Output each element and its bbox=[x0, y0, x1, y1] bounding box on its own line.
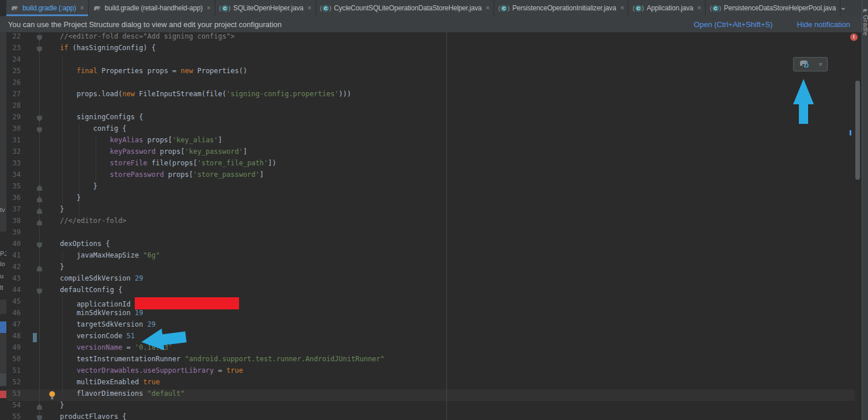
fold-marker-icon[interactable] bbox=[37, 35, 42, 41]
dismiss-sync-toolbar-icon[interactable]: × bbox=[818, 60, 823, 69]
code-token: true bbox=[226, 366, 243, 374]
line-number: 34 bbox=[7, 171, 21, 182]
editor-scrollbar-thumb[interactable] bbox=[855, 81, 860, 180]
tab-application-java[interactable]: (C)Application.java× bbox=[628, 0, 706, 16]
tab-persistenceoperationinitializer-java[interactable]: (C)PersistenceOperationInitializer.java× bbox=[494, 0, 628, 16]
code-line[interactable]: flavorDimensions "default" bbox=[60, 389, 185, 401]
code-line[interactable]: config { bbox=[60, 124, 127, 136]
java-class-icon: (C) bbox=[219, 5, 230, 12]
code-token: defaultConfig { bbox=[60, 286, 122, 294]
code-line[interactable]: compileSdkVersion 29 bbox=[60, 274, 143, 286]
fold-marker-icon[interactable] bbox=[37, 208, 42, 214]
fold-marker-icon[interactable] bbox=[37, 185, 42, 191]
tab-cyclecountsqliteoperationdatastorehelper-java[interactable]: (C)CycleCountSQLiteOperationDataStoreHel… bbox=[316, 0, 495, 16]
fold-marker-icon[interactable] bbox=[37, 127, 42, 133]
code-line[interactable]: minSdkVersion 19 bbox=[60, 309, 143, 320]
sliver-segment bbox=[0, 373, 6, 386]
code-token: storePassword bbox=[110, 171, 164, 179]
sliver-text-fragment: lo bbox=[0, 260, 5, 267]
tab-close-icon[interactable]: × bbox=[308, 4, 312, 12]
gradle-sync-icon[interactable] bbox=[798, 59, 810, 70]
code-token: signingConfigs { bbox=[60, 113, 143, 121]
code-line[interactable]: } bbox=[60, 194, 81, 205]
tab-close-icon[interactable]: × bbox=[207, 4, 211, 12]
code-token bbox=[60, 136, 110, 144]
fold-marker-icon[interactable] bbox=[37, 47, 42, 52]
code-line[interactable]: applicationId bbox=[60, 297, 239, 309]
right-toolwindow-bar[interactable]: Gradle bbox=[862, 0, 868, 420]
tab-close-icon[interactable]: × bbox=[698, 4, 702, 12]
sliver-segment bbox=[0, 321, 6, 333]
code-line[interactable]: productFlavors { bbox=[60, 413, 127, 420]
line-number: 40 bbox=[7, 240, 21, 251]
tabbar-left-spacer bbox=[0, 0, 6, 16]
fold-marker-icon[interactable] bbox=[37, 196, 42, 202]
notification-message: You can use the Project Structure dialog… bbox=[8, 20, 282, 29]
tab-label: PersistenceOperationInitializer.java bbox=[512, 4, 616, 12]
code-line[interactable]: versionCode 51 bbox=[60, 332, 135, 343]
tab-close-icon[interactable]: × bbox=[620, 4, 624, 12]
code-editor[interactable]: 2223242526272829303132333435363738394041… bbox=[0, 32, 862, 420]
fold-marker-icon[interactable] bbox=[37, 243, 42, 248]
code-line[interactable]: multiDexEnabled true bbox=[60, 378, 160, 389]
line-number: 35 bbox=[7, 182, 21, 194]
hide-notification-link[interactable]: Hide notification bbox=[797, 20, 851, 29]
code-token: dexOptions { bbox=[60, 240, 110, 248]
gradle-sync-floating-toolbar: × bbox=[793, 57, 828, 71]
error-stripe-mark[interactable] bbox=[850, 130, 851, 135]
code-line[interactable]: keyPassword props['key_password'] bbox=[60, 147, 247, 159]
open-project-structure-link[interactable]: Open (Ctrl+Alt+Shift+S) bbox=[694, 20, 773, 29]
sliver-segment bbox=[0, 386, 6, 391]
code-token: = bbox=[214, 366, 226, 374]
tab-label: build.gradle (:app) bbox=[22, 4, 76, 12]
tab-close-icon[interactable]: × bbox=[486, 4, 490, 12]
code-line[interactable]: storePassword props['store_password'] bbox=[60, 171, 264, 182]
code-line[interactable]: props.load(new FileInputStream(file('sig… bbox=[60, 90, 351, 101]
inspections-error-badge[interactable]: ! bbox=[850, 33, 858, 41]
code-line[interactable]: //<editor-fold desc="Add signing configs… bbox=[60, 32, 234, 44]
code-token: "default" bbox=[147, 389, 185, 398]
code-line[interactable]: dexOptions { bbox=[60, 240, 110, 251]
code-token: ] bbox=[260, 171, 264, 179]
code-token bbox=[60, 67, 77, 75]
sliver-segment bbox=[0, 391, 6, 398]
fold-marker-icon[interactable] bbox=[37, 415, 42, 420]
code-line[interactable]: } bbox=[60, 182, 97, 194]
code-line[interactable]: } bbox=[60, 263, 64, 274]
code-token bbox=[60, 147, 110, 156]
code-line[interactable]: } bbox=[60, 205, 64, 217]
tab-build-gradle-app[interactable]: build.gradle (:app)× bbox=[6, 0, 89, 16]
code-line[interactable]: javaMaxHeapSize "6g" bbox=[60, 251, 160, 263]
fold-marker-icon[interactable] bbox=[37, 220, 42, 225]
fold-marker-icon[interactable] bbox=[37, 266, 42, 271]
tab-list-chevron-icon[interactable]: ⌄ bbox=[840, 2, 847, 12]
sliver-text-fragment: tv bbox=[0, 206, 5, 213]
code-line[interactable]: signingConfigs { bbox=[60, 113, 143, 124]
line-number: 22 bbox=[7, 32, 21, 44]
code-line[interactable]: defaultConfig { bbox=[60, 286, 122, 297]
gutter-fold-line bbox=[39, 32, 40, 420]
tab-close-icon[interactable]: × bbox=[80, 4, 84, 12]
intention-bulb-icon[interactable] bbox=[48, 391, 56, 402]
code-line[interactable]: if (hasSigningConfig) { bbox=[60, 44, 156, 55]
fold-marker-icon[interactable] bbox=[37, 404, 42, 410]
code-line[interactable]: final Properties props = new Properties(… bbox=[60, 67, 247, 78]
fold-marker-icon[interactable] bbox=[37, 116, 42, 122]
tab-sqliteopenhelper-java[interactable]: (C)SQLiteOpenHelper.java× bbox=[215, 0, 316, 16]
code-line[interactable]: keyAlias props['key_alias'] bbox=[60, 136, 222, 147]
code-line[interactable]: storeFile file(props['store_file_path']) bbox=[60, 159, 276, 171]
code-line[interactable]: vectorDrawables.useSupportLibrary = true bbox=[60, 366, 243, 378]
line-number: 50 bbox=[7, 355, 21, 366]
tab-persistencedatastorehelperpool-java[interactable]: (C)PersistenceDataStoreHelperPool.java bbox=[706, 0, 840, 16]
code-line[interactable]: //</editor-fold> bbox=[60, 217, 127, 228]
fold-marker-icon[interactable] bbox=[37, 289, 42, 294]
sliver-segment bbox=[0, 398, 6, 420]
tab-build-gradle-retail-handheld-app[interactable]: build.gradle (retail-handheld-app)× bbox=[89, 0, 215, 16]
line-number: 38 bbox=[7, 217, 21, 228]
code-line[interactable]: testInstrumentationRunner "android.suppo… bbox=[60, 355, 385, 366]
code-line[interactable]: } bbox=[60, 401, 64, 413]
line-number: 41 bbox=[7, 251, 21, 263]
ide-window: build.gradle (:app)×build.gradle (retail… bbox=[0, 0, 868, 420]
line-number: 37 bbox=[7, 205, 21, 217]
code-token: true bbox=[143, 378, 160, 386]
